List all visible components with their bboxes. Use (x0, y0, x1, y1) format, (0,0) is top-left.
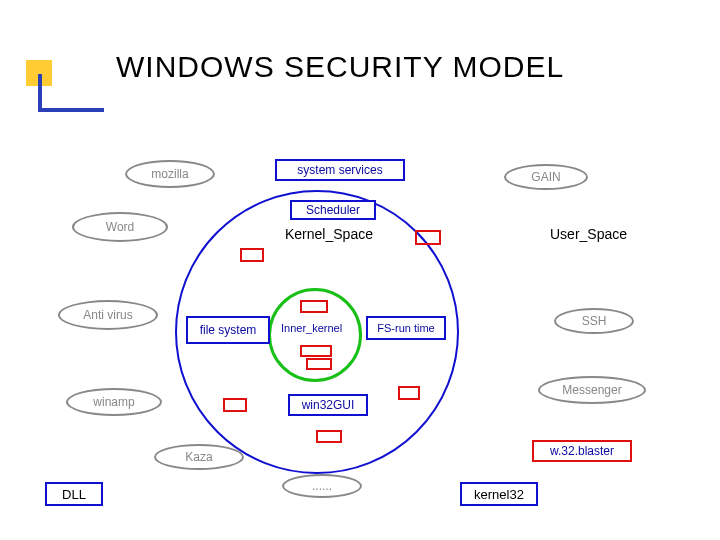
box-dll: DLL (45, 482, 103, 506)
box-w32-blaster: w.32.blaster (532, 440, 632, 462)
user-space-label: User_Space (550, 226, 627, 242)
ellipse-winamp: winamp (66, 388, 162, 416)
box-win32gui: win32GUI (288, 394, 368, 416)
red-marker-icon (300, 345, 332, 357)
ellipse-gain: GAIN (504, 164, 588, 190)
ellipse-dots: ...... (282, 474, 362, 498)
box-file-system: file system (186, 316, 270, 344)
inner-kernel-label: Inner_kernel (281, 322, 342, 334)
ellipse-word: Word (72, 212, 168, 242)
title-accent-horizontal (38, 108, 104, 112)
red-marker-icon (415, 230, 441, 245)
ellipse-mozilla: mozilla (125, 160, 215, 188)
red-marker-icon (300, 300, 328, 313)
red-marker-icon (398, 386, 420, 400)
page-title: WINDOWS SECURITY MODEL (116, 50, 564, 84)
box-system-services: system services (275, 159, 405, 181)
red-marker-icon (316, 430, 342, 443)
box-kernel32: kernel32 (460, 482, 538, 506)
red-marker-icon (306, 358, 332, 370)
red-marker-icon (240, 248, 264, 262)
diagram-stage: WINDOWS SECURITY MODEL Kernel_Space User… (0, 0, 720, 540)
red-marker-icon (223, 398, 247, 412)
ellipse-messenger: Messenger (538, 376, 646, 404)
title-accent-vertical (38, 74, 42, 112)
ellipse-kaza: Kaza (154, 444, 244, 470)
box-scheduler: Scheduler (290, 200, 376, 220)
ellipse-ssh: SSH (554, 308, 634, 334)
ellipse-antivirus: Anti virus (58, 300, 158, 330)
kernel-space-label: Kernel_Space (285, 226, 373, 242)
box-fs-runtime: FS-run time (366, 316, 446, 340)
